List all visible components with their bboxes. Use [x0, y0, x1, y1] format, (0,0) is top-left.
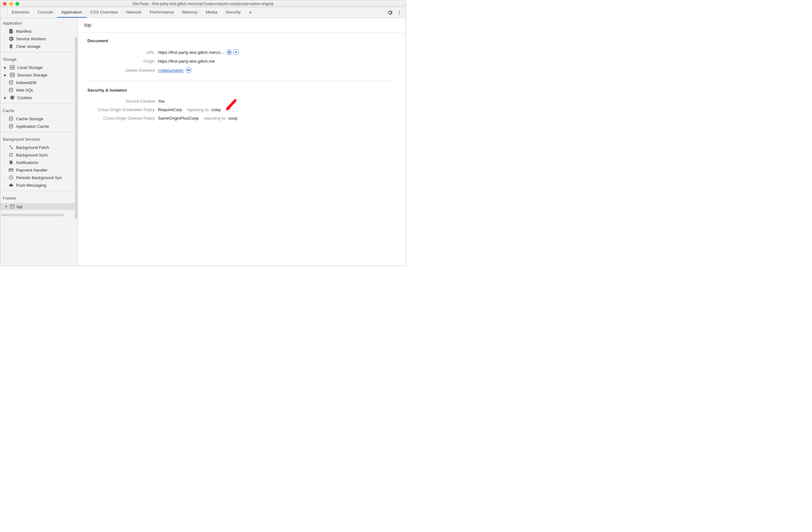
sidebar-scrollbar[interactable] [75, 37, 77, 220]
svg-point-16 [10, 96, 14, 99]
minimize-window-button[interactable] [9, 2, 13, 6]
application-sidebar: Application Manifest Service Workers Cle… [0, 18, 78, 266]
label-secure-context: Secure Context [87, 99, 155, 103]
svg-point-5 [399, 14, 400, 14]
card-icon [9, 167, 14, 172]
sidebar-item-label: Background Sync [16, 153, 48, 157]
database-icon [9, 116, 14, 121]
devtools-window: DevTools - first-party-test.glitch.me/co… [0, 0, 406, 266]
traffic-lights [3, 2, 19, 6]
group-background-services: Background Services [0, 134, 78, 143]
zoom-window-button[interactable] [15, 2, 19, 6]
sidebar-item-cache-storage[interactable]: Cache Storage [0, 115, 78, 123]
sidebar-item-payment-handler[interactable]: Payment Handler [0, 166, 78, 174]
page-title: top [78, 18, 406, 33]
sidebar-item-push-messaging[interactable]: Push Messaging [0, 181, 78, 189]
sidebar-item-background-sync[interactable]: Background Sync [0, 151, 78, 159]
svg-point-15 [10, 88, 13, 89]
cookie-icon [10, 95, 15, 100]
section-document: Document URL https://first-party-test.gl… [78, 33, 406, 78]
svg-rect-26 [10, 205, 14, 208]
tab-media[interactable]: Media [202, 7, 221, 18]
tab-application[interactable]: Application [57, 7, 86, 18]
value-coep: RequireCorp [158, 107, 182, 112]
settings-button[interactable] [388, 10, 392, 15]
sidebar-item-local-storage[interactable]: ▶ Local Storage [0, 64, 78, 71]
sidebar-item-label: Local Storage [17, 65, 42, 70]
value-url: https://first-party-test.glitch.me/co… [158, 50, 224, 55]
caret-right-icon: ▶ [4, 73, 7, 77]
sidebar-item-application-cache[interactable]: Application Cache [0, 123, 78, 130]
sidebar-item-label: Notifications [16, 160, 38, 165]
label-owner-element: Owner Element [87, 68, 155, 73]
annotation-arrow-icon [223, 99, 237, 113]
cloud-icon [9, 183, 14, 187]
owner-element-link[interactable]: <#document> [158, 68, 184, 73]
sidebar-item-label: Periodic Background Syn [16, 175, 62, 180]
frame-icon [10, 204, 15, 209]
sidebar-item-background-fetch[interactable]: Background Fetch [0, 143, 78, 151]
tab-elements[interactable]: Elements [8, 7, 33, 18]
sidebar-item-label: Payment Handler [16, 168, 47, 172]
trash-icon [9, 44, 14, 49]
label-origin: Origin [87, 59, 155, 64]
coop-reporting-value: coop [228, 116, 237, 121]
sidebar-item-label: Session Storage [17, 73, 47, 78]
window-title: DevTools - first-party-test.glitch.me/co… [0, 2, 406, 6]
coep-reporting-prefix: reporting to: [187, 107, 209, 112]
reveal-in-elements-icon[interactable] [186, 67, 191, 73]
sidebar-item-web-sql[interactable]: Web SQL [0, 86, 78, 94]
svg-point-4 [399, 12, 400, 13]
sidebar-item-label: Manifest [16, 29, 31, 34]
sidebar-hscroll[interactable] [0, 213, 78, 217]
section-title-document: Document [87, 38, 396, 43]
sidebar-item-cookies[interactable]: ▶ Cookies [0, 94, 78, 101]
group-application: Application [0, 18, 78, 27]
label-coep: Cross-Origin Embedder Policy [87, 107, 155, 112]
close-window-button[interactable] [3, 2, 6, 6]
sidebar-item-label: Cache Storage [16, 116, 43, 121]
bell-icon [9, 160, 14, 165]
sidebar-item-service-workers[interactable]: Service Workers [0, 35, 78, 42]
label-url: URL [87, 50, 155, 55]
value-secure-context: Yes [158, 99, 165, 103]
sidebar-item-label: Background Fetch [16, 145, 49, 150]
svg-point-21 [10, 117, 13, 118]
tab-memory[interactable]: Memory [178, 7, 202, 18]
sidebar-item-label: Push Messaging [16, 183, 46, 187]
more-options-button[interactable] [397, 10, 402, 15]
tab-security[interactable]: Security [221, 7, 245, 18]
sidebar-item-notifications[interactable]: Notifications [0, 159, 78, 166]
svg-rect-24 [9, 169, 13, 170]
caret-down-icon: ▼ [5, 205, 8, 208]
sidebar-item-label: Service Workers [16, 37, 46, 41]
sidebar-item-clear-storage[interactable]: Clear storage [0, 42, 78, 50]
copy-url-icon[interactable] [227, 50, 232, 55]
label-coop: Cross-Origin Opener Policy [87, 116, 155, 121]
section-security-isolation: Security & Isolation Secure Context Yes … [78, 82, 406, 126]
sidebar-item-label: Clear storage [16, 44, 41, 49]
group-storage: Storage [0, 54, 78, 64]
sidebar-item-label: Web SQL [16, 88, 34, 93]
gear-icon [9, 36, 14, 41]
sidebar-item-manifest[interactable]: Manifest [0, 27, 78, 35]
sidebar-item-indexeddb[interactable]: IndexedDB [0, 79, 78, 86]
database-icon [9, 87, 14, 93]
sidebar-item-session-storage[interactable]: ▶ Session Storage [0, 71, 78, 79]
caret-right-icon: ▶ [4, 96, 7, 99]
frame-tree-top[interactable]: ▼ top [0, 203, 78, 210]
coep-reporting-value: coep [211, 107, 220, 112]
tab-console[interactable]: Console [33, 7, 57, 18]
sidebar-item-periodic-background-sync[interactable]: Periodic Background Syn [0, 174, 78, 181]
tab-css-overview[interactable]: CSS Overview [86, 7, 122, 18]
network-arrows-icon[interactable] [233, 50, 239, 55]
svg-point-14 [10, 81, 13, 82]
tab-network[interactable]: Network [122, 7, 146, 18]
panel-tabs: Elements Console Application CSS Overvie… [8, 7, 256, 18]
svg-point-20 [13, 98, 14, 99]
more-tabs-button[interactable]: » [245, 7, 256, 18]
updown-icon [9, 145, 14, 150]
titlebar: DevTools - first-party-test.glitch.me/co… [0, 0, 406, 7]
file-icon [9, 29, 14, 34]
tab-performance[interactable]: Performance [146, 7, 178, 18]
